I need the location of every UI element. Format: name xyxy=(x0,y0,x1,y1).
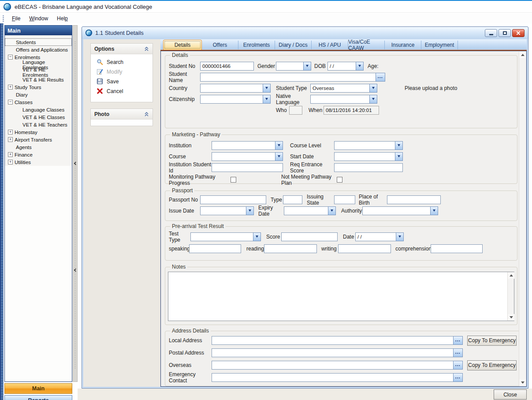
score-input[interactable] xyxy=(281,232,338,241)
institution-student-id-input[interactable] xyxy=(212,163,283,172)
sidebar-item-students[interactable]: Students xyxy=(5,38,72,46)
form-scrollbar[interactable] xyxy=(519,52,526,386)
sidebar-splitter[interactable] xyxy=(73,25,78,382)
req-entrance-score-input[interactable] xyxy=(334,163,403,172)
ellipsis-button[interactable] xyxy=(453,373,463,382)
ellipsis-button[interactable] xyxy=(453,361,463,370)
collapse-icon[interactable] xyxy=(8,100,13,105)
emergency-contact-input[interactable] xyxy=(212,373,453,382)
collapse-icon[interactable] xyxy=(8,55,13,60)
local-address-input[interactable] xyxy=(212,336,453,345)
notes-textarea[interactable] xyxy=(168,272,514,321)
passport-no-input[interactable] xyxy=(200,195,266,204)
citizenship-select[interactable] xyxy=(200,95,271,104)
collapse-panel-icon[interactable] xyxy=(144,47,149,51)
tab-diary-docs[interactable]: Diary / Docs xyxy=(275,41,312,49)
sidebar-item-airport-transfers[interactable]: Airport Transfers xyxy=(5,136,72,143)
ellipsis-button[interactable] xyxy=(453,348,463,357)
student-name-input[interactable] xyxy=(200,73,376,82)
chevron-down-icon[interactable] xyxy=(395,141,403,150)
sidebar-item-homestay[interactable]: Homestay xyxy=(5,128,72,136)
course-level-select[interactable] xyxy=(334,141,403,150)
notes-scrollbar[interactable] xyxy=(507,272,514,321)
gender-select[interactable] xyxy=(276,62,311,71)
scroll-up-icon[interactable] xyxy=(519,52,526,58)
expand-icon[interactable] xyxy=(8,130,13,135)
sidebar-item-agents[interactable]: Agents xyxy=(5,143,72,151)
sidebar-item-vet-he-enrolments[interactable]: VET & HE Enrolments xyxy=(5,68,72,76)
cancel-action[interactable]: Cancel xyxy=(97,87,153,95)
test-date-select[interactable]: / / xyxy=(355,232,404,241)
issue-date-select[interactable] xyxy=(200,206,254,215)
chevron-down-icon[interactable] xyxy=(328,206,336,215)
sidebar-item-vet-he-teachers[interactable]: VET & HE Teachers xyxy=(5,121,72,128)
chevron-down-icon[interactable] xyxy=(303,62,311,71)
postal-address-input[interactable] xyxy=(212,348,453,357)
tab-hs-apu[interactable]: HS / APU xyxy=(312,41,348,49)
ellipsis-button[interactable] xyxy=(376,73,385,82)
country-select[interactable] xyxy=(200,84,271,93)
tab-offers[interactable]: Offers xyxy=(202,41,238,49)
sidebar-item-study-tours[interactable]: Study Tours xyxy=(5,83,72,91)
dob-select[interactable]: / / xyxy=(327,62,364,71)
student-type-select[interactable]: Overseas xyxy=(310,84,377,93)
splitter-collapse-icon[interactable] xyxy=(73,161,77,164)
photo-panel-header[interactable]: Photo xyxy=(91,109,153,120)
issuing-state-input[interactable] xyxy=(334,195,355,204)
expiry-date-select[interactable] xyxy=(284,206,336,215)
chevron-down-icon[interactable] xyxy=(275,141,283,150)
institution-select[interactable] xyxy=(212,141,283,150)
chevron-down-icon[interactable] xyxy=(395,152,403,161)
scroll-down-icon[interactable] xyxy=(508,314,514,321)
chevron-down-icon[interactable] xyxy=(263,95,271,104)
options-panel-header[interactable]: Options xyxy=(91,44,153,54)
sidebar-item-diary[interactable]: Diary xyxy=(5,91,72,98)
passport-type-input[interactable] xyxy=(283,195,302,204)
nav-tab-reports[interactable]: Reports xyxy=(4,395,72,400)
comprehension-input[interactable] xyxy=(431,244,483,253)
modify-action[interactable]: Modify xyxy=(97,68,153,75)
sidebar-item-finance[interactable]: Finance xyxy=(5,151,72,158)
expand-icon[interactable] xyxy=(8,137,13,142)
test-type-select[interactable] xyxy=(190,232,261,241)
expand-icon[interactable] xyxy=(8,152,13,157)
sidebar-item-utilities[interactable]: Utilities xyxy=(5,158,72,166)
course-select[interactable] xyxy=(212,152,283,161)
window-titlebar[interactable]: 1.1 Student Details xyxy=(82,27,528,39)
chevron-down-icon[interactable] xyxy=(430,206,438,215)
chevron-down-icon[interactable] xyxy=(246,206,254,215)
menu-file[interactable]: File xyxy=(7,15,25,23)
student-no-input[interactable]: 0000001466 xyxy=(200,62,254,71)
save-action[interactable]: Save xyxy=(97,78,153,85)
copy-overseas-to-emergency-button[interactable]: Copy To Emergency xyxy=(467,360,517,370)
menu-window[interactable]: Window xyxy=(25,15,52,23)
tab-enrolments[interactable]: Enrolments xyxy=(238,41,275,49)
start-date-select[interactable] xyxy=(334,152,403,161)
speaking-input[interactable] xyxy=(189,244,241,253)
chevron-down-icon[interactable] xyxy=(356,62,364,71)
tab-insurance[interactable]: Insurance xyxy=(385,41,421,49)
chevron-down-icon[interactable] xyxy=(253,232,261,241)
sidebar-item-offers-and-applications[interactable]: Offers and Applications xyxy=(5,46,72,53)
writing-input[interactable] xyxy=(338,244,391,253)
authority-select[interactable] xyxy=(362,206,438,215)
not-meeting-pathway-checkbox[interactable] xyxy=(337,177,342,183)
chevron-down-icon[interactable] xyxy=(275,152,283,161)
copy-local-to-emergency-button[interactable]: Copy To Emergency xyxy=(467,336,517,346)
collapse-panel-icon[interactable] xyxy=(144,112,149,116)
expand-icon[interactable] xyxy=(8,160,13,164)
chevron-down-icon[interactable] xyxy=(369,84,377,93)
chevron-down-icon[interactable] xyxy=(263,84,271,93)
monitoring-pathway-checkbox[interactable] xyxy=(231,177,236,183)
splitter-collapse-icon[interactable] xyxy=(73,267,77,271)
restore-button[interactable] xyxy=(499,29,511,37)
sidebar-item-vet-he-classes[interactable]: VET & HE Classes xyxy=(5,113,72,121)
reading-input[interactable] xyxy=(264,244,317,253)
place-of-birth-input[interactable] xyxy=(387,195,441,204)
native-language-select[interactable] xyxy=(310,95,377,104)
tab-visa-coe-caaw[interactable]: Visa/CoE CAAW xyxy=(348,41,385,49)
scroll-down-icon[interactable] xyxy=(519,379,526,386)
scroll-up-icon[interactable] xyxy=(508,272,514,279)
overseas-address-input[interactable] xyxy=(212,361,453,370)
close-button[interactable]: Close xyxy=(494,389,527,400)
